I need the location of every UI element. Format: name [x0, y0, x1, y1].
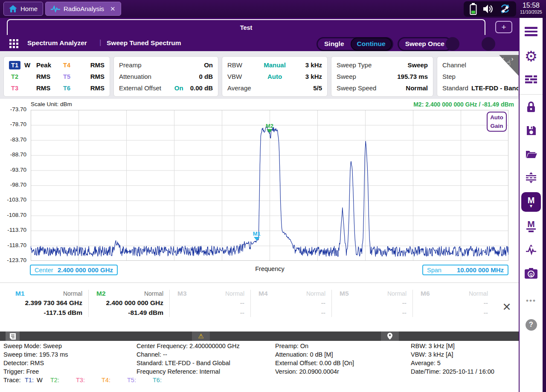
trace-t5-badge[interactable]: T5 [61, 72, 73, 81]
lock-icon[interactable] [520, 101, 543, 112]
auto-gain-button[interactable]: Auto Gain [487, 112, 507, 132]
trace-row-2: T2 RMS T5 RMS [9, 71, 105, 82]
display-settings-icon[interactable] [520, 74, 543, 84]
menu-icon[interactable] [520, 26, 543, 37]
span-button[interactable]: Span 10.000 000 MHz [422, 265, 508, 275]
marker-cell-m2[interactable]: M2Normal2.400 000 000 GHz-81.49 dBm [89, 290, 170, 317]
help-icon[interactable]: ? [520, 319, 543, 331]
marker-mode: Normal [144, 290, 163, 297]
sweep-speed-label: Sweep Speed [337, 84, 376, 92]
attenuation-value: 0 dB [199, 73, 213, 80]
standard-label: Standard [442, 84, 470, 92]
save-icon[interactable] [520, 124, 543, 136]
center-frequency-button[interactable]: Center 2.400 000 000 GHz [30, 265, 118, 275]
marker-cell-m3[interactable]: M3Normal---- [170, 290, 251, 317]
marker-cell-m1[interactable]: M1Normal2.399 730 364 GHz-117.15 dBm [8, 290, 89, 317]
header-indicator-2 [482, 37, 495, 51]
apps-grid-icon[interactable] [9, 39, 18, 48]
status-line: External Offset: 0.00 dB [On] [275, 359, 354, 367]
trace-t1-flag: W [20, 61, 36, 69]
status-tab-warning[interactable]: ⚠ [192, 331, 210, 341]
trace-t1-badge[interactable]: T1 [9, 61, 20, 69]
marker-icon-active[interactable]: M ▼ [520, 192, 543, 212]
location-pin-icon [387, 333, 392, 340]
sweep-type-row: Sweep Type Sweep [337, 60, 428, 70]
top-bar: Home RadioAnalysis ✕ [0, 0, 546, 18]
marker-level: -81.49 dBm [96, 309, 163, 317]
marker-table-icon[interactable]: M [520, 219, 543, 233]
rbw-label: RBW [227, 61, 254, 69]
status-line: Sweep time: 195.73 ms [3, 350, 68, 359]
marker-cells: M1Normal2.399 730 364 GHz-117.15 dBmM2No… [8, 290, 494, 317]
session-tab[interactable]: Test [7, 19, 485, 35]
tab-home[interactable]: Home [3, 2, 43, 16]
status-line: Preamp: On [275, 342, 354, 350]
limit-lines-icon[interactable] [520, 172, 543, 183]
status-trace-item: T3: [76, 376, 102, 384]
amplitude-panel[interactable]: Preamp On Attenuation 0 dB External Offs… [113, 56, 218, 97]
rbw-mode: Manual [254, 61, 296, 69]
bandwidth-panel[interactable]: RBW Manual 3 kHz VBW Auto 3 kHz Average … [222, 56, 328, 97]
sweep-panel[interactable]: Sweep Type Sweep Sweep 195.73 ms Sweep S… [331, 56, 433, 97]
sweep-time-row: Sweep 195.73 ms [337, 71, 428, 82]
marker-cell-m4[interactable]: M4Normal---- [251, 290, 332, 317]
marker-cell-m6[interactable]: M6Normal---- [413, 290, 494, 317]
step-row: Step [442, 71, 513, 82]
trace-t1-detector: Peak [36, 61, 60, 69]
center-value: 2.400 000 000 GHz [58, 266, 113, 274]
gear-icon[interactable]: ⚙ [520, 49, 543, 64]
external-offset-state: On [174, 84, 183, 92]
marker-flag-m1[interactable]: M1 [247, 231, 266, 241]
marker-level: -- [421, 309, 488, 317]
peak-search-icon[interactable] [520, 244, 543, 256]
warning-icon: ⚠ [198, 332, 203, 340]
y-tick-label: -103.70 [0, 196, 26, 203]
status-line: Version: 20.0900.0004r [275, 367, 354, 376]
more-options-icon[interactable]: ••• [520, 296, 543, 306]
status-trace-item: T2: [50, 376, 76, 384]
trace-t4-badge[interactable]: T4 [61, 61, 73, 69]
quick-save-icon[interactable]: Q [520, 268, 543, 279]
status-tab-location[interactable] [381, 331, 399, 341]
open-folder-icon[interactable] [520, 148, 543, 159]
sweep-time-label: Sweep [337, 73, 356, 80]
marker-cell-m5[interactable]: M5Normal---- [332, 290, 413, 317]
status-line: RBW: 3 kHz [M] [411, 342, 494, 350]
attenuation-label: Attenuation [119, 73, 151, 80]
trace-t2-badge[interactable]: T2 [9, 72, 20, 81]
status-line: Trigger: Free [3, 367, 68, 376]
trace-row-1: T1 W Peak T4 RMS [9, 60, 105, 70]
mode-title[interactable]: Spectrum Analyzer [27, 39, 87, 47]
status-trace-id: T1: [25, 376, 34, 384]
marker-table-close-icon[interactable]: ✕ [500, 300, 514, 314]
tab-radioanalysis[interactable]: RadioAnalysis ✕ [45, 2, 121, 16]
y-tick-label: -118.70 [0, 242, 26, 248]
standard-row: Standard LTE-FDD - Band Global [442, 83, 513, 93]
marker-flag-m2[interactable]: M2 [260, 123, 279, 133]
plus-icon: + [501, 23, 506, 32]
marker-id: M6 [421, 290, 430, 297]
status-line: VBW: 3 kHz [A] [411, 350, 494, 359]
tab-close-icon[interactable]: ✕ [110, 5, 116, 13]
status-tab-log[interactable] [6, 331, 20, 341]
spectrum-trace [31, 127, 508, 257]
marker-flag-label: M1 [253, 231, 261, 236]
trace-settings-panel[interactable]: T1 W Peak T4 RMS T2 RMS T5 RMS T3 RMS T6… [3, 56, 110, 97]
sweep-once-button[interactable]: Sweep Once [398, 37, 452, 51]
sweep-speed-row: Sweep Speed Normal [337, 83, 428, 93]
right-sidebar: ⚙ [519, 18, 543, 392]
scale-unit-label: Scale Unit: dBm [31, 101, 72, 107]
status-trace-label: Trace: [3, 376, 25, 384]
trace-t3-badge[interactable]: T3 [9, 84, 20, 92]
document-icon [10, 333, 16, 340]
standard-value: LTE-FDD - Band Global [471, 84, 519, 92]
tab-radioanalysis-label: RadioAnalysis [64, 5, 104, 12]
sweep-continue-button[interactable]: Continue [351, 37, 392, 51]
sweep-single-button[interactable]: Single [318, 40, 351, 48]
add-session-button[interactable]: + [495, 21, 512, 33]
status-trace-item: T1:W [25, 376, 50, 384]
system-tray[interactable] [464, 1, 516, 17]
trace-t6-badge[interactable]: T6 [61, 84, 73, 92]
svg-text:Q: Q [529, 272, 532, 277]
submode-title[interactable]: Sweep Tuned Spectrum [107, 39, 181, 47]
